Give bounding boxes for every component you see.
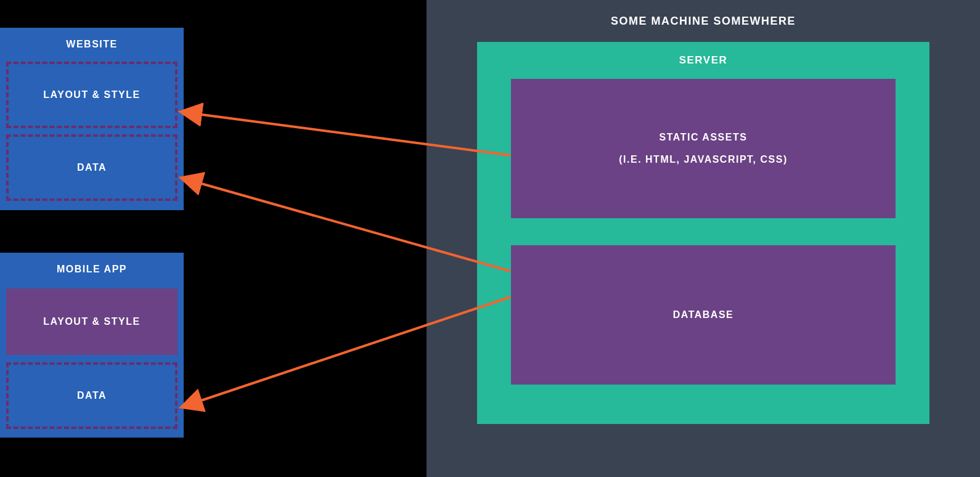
mobile-app-title: MOBILE APP: [0, 253, 184, 275]
static-assets-line1: STATIC ASSETS: [659, 132, 748, 143]
static-assets-line2: (I.E. HTML, JAVASCRIPT, CSS): [619, 154, 787, 165]
database-box: DATABASE: [511, 245, 896, 385]
mobile-app-layout-style-box: LAYOUT & STYLE: [6, 288, 178, 355]
website-container: WEBSITE LAYOUT & STYLE DATA: [0, 28, 184, 210]
mobile-app-layout-style-label: LAYOUT & STYLE: [43, 316, 140, 327]
database-label: DATABASE: [673, 309, 734, 320]
machine-title: SOME MACHINE SOMEWHERE: [427, 0, 980, 28]
mobile-app-container: MOBILE APP LAYOUT & STYLE DATA: [0, 253, 184, 438]
machine-container: SOME MACHINE SOMEWHERE SERVER STATIC ASS…: [427, 0, 980, 477]
server-title: SERVER: [477, 42, 929, 67]
static-assets-box: STATIC ASSETS (I.E. HTML, JAVASCRIPT, CS…: [511, 79, 896, 218]
server-container: SERVER STATIC ASSETS (I.E. HTML, JAVASCR…: [477, 42, 929, 424]
website-title: WEBSITE: [0, 28, 184, 50]
website-data-label: DATA: [77, 162, 107, 173]
website-data-box: DATA: [6, 134, 178, 201]
website-layout-style-label: LAYOUT & STYLE: [43, 89, 140, 100]
mobile-app-data-label: DATA: [77, 390, 107, 401]
mobile-app-data-box: DATA: [6, 362, 178, 429]
website-layout-style-box: LAYOUT & STYLE: [6, 62, 178, 128]
